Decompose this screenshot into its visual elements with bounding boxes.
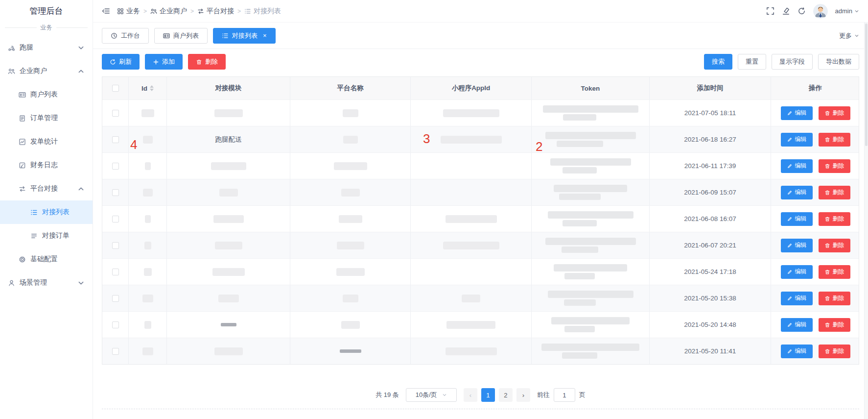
column-header-checkbox[interactable] bbox=[102, 77, 128, 99]
people-icon bbox=[8, 68, 15, 75]
next-page-button[interactable]: › bbox=[516, 388, 530, 402]
delete-button[interactable]: 删除 bbox=[819, 265, 850, 279]
trash-icon bbox=[824, 348, 830, 354]
搜索-button[interactable]: 搜索 bbox=[704, 54, 732, 70]
tab-工作台[interactable]: 工作台 bbox=[102, 28, 149, 44]
sidebar-item-发单统计[interactable]: 发单统计 bbox=[0, 130, 93, 153]
delete-button[interactable]: 删除 bbox=[819, 345, 850, 358]
刷新-button[interactable]: 刷新 bbox=[102, 54, 140, 70]
page-size-select[interactable]: 10条/页 bbox=[406, 388, 457, 402]
row-checkbox[interactable] bbox=[112, 136, 119, 143]
clear-cache-icon[interactable] bbox=[782, 7, 790, 15]
row-checkbox[interactable] bbox=[112, 189, 119, 196]
avatar[interactable] bbox=[813, 4, 828, 19]
delete-label: 删除 bbox=[833, 320, 845, 329]
column-header-操作: 操作 bbox=[771, 77, 860, 99]
sidebar-item-平台对接[interactable]: 平台对接 bbox=[0, 177, 93, 200]
sidebar-item-商户列表[interactable]: 商户列表 bbox=[0, 83, 93, 106]
more-menu[interactable]: 更多 bbox=[839, 31, 859, 40]
sidebar-item-企业商户[interactable]: 企业商户 bbox=[0, 59, 93, 83]
显示字段-button[interactable]: 显示字段 bbox=[772, 54, 813, 70]
cell-token bbox=[531, 312, 649, 338]
delete-button[interactable]: 删除 bbox=[819, 159, 850, 173]
trash-icon bbox=[824, 269, 830, 275]
edit-button[interactable]: 编辑 bbox=[781, 106, 813, 120]
edit-button[interactable]: 编辑 bbox=[781, 345, 813, 358]
button-label: 导出数据 bbox=[826, 57, 851, 66]
delete-button[interactable]: 删除 bbox=[819, 186, 850, 199]
goto-page-input[interactable] bbox=[554, 388, 575, 402]
cell-appid bbox=[410, 285, 531, 311]
删除-button[interactable]: 删除 bbox=[188, 54, 226, 70]
row-checkbox[interactable] bbox=[112, 216, 119, 222]
page-button-2[interactable]: 2 bbox=[499, 388, 513, 402]
tab-对接列表[interactable]: 对接列表× bbox=[213, 28, 276, 44]
row-checkbox[interactable] bbox=[112, 242, 119, 249]
edit-button[interactable]: 编辑 bbox=[781, 133, 813, 147]
edit-button[interactable]: 编辑 bbox=[781, 186, 813, 199]
cell-time: 2021-07-05 18:11 bbox=[649, 100, 771, 126]
sidebar-item-订单管理[interactable]: 订单管理 bbox=[0, 106, 93, 130]
breadcrumb-item-业务[interactable]: 业务 bbox=[117, 7, 140, 16]
delete-button[interactable]: 删除 bbox=[819, 292, 850, 305]
delete-label: 删除 bbox=[833, 188, 845, 197]
edit-button[interactable]: 编辑 bbox=[781, 265, 813, 279]
close-icon[interactable]: × bbox=[263, 32, 267, 39]
redacted-blob bbox=[218, 295, 239, 302]
swap-icon bbox=[19, 185, 26, 193]
sidebar-item-基础配置[interactable]: 基础配置 bbox=[0, 247, 93, 271]
重置-button[interactable]: 重置 bbox=[738, 54, 766, 70]
edit-button[interactable]: 编辑 bbox=[781, 159, 813, 173]
user-menu[interactable]: admin bbox=[835, 7, 859, 15]
row-checkbox[interactable] bbox=[112, 110, 119, 117]
delete-label: 删除 bbox=[833, 162, 845, 170]
edit-button[interactable]: 编辑 bbox=[781, 212, 813, 226]
sidebar-item-对接列表[interactable]: 对接列表 bbox=[0, 200, 93, 224]
cell-checkbox bbox=[102, 285, 128, 311]
redacted-blob bbox=[541, 344, 639, 351]
breadcrumb-separator: > bbox=[237, 8, 241, 15]
prev-page-button[interactable]: ‹ bbox=[464, 388, 477, 402]
select-all-checkbox[interactable] bbox=[112, 85, 119, 92]
导出数据-button[interactable]: 导出数据 bbox=[818, 54, 859, 70]
added-time: 2021-06-08 16:07 bbox=[684, 215, 736, 222]
sort-icon[interactable] bbox=[150, 85, 154, 91]
refresh-page-icon[interactable] bbox=[798, 7, 806, 15]
row-checkbox[interactable] bbox=[112, 348, 119, 355]
breadcrumb-item-平台对接[interactable]: 平台对接 bbox=[197, 7, 234, 16]
cell-id bbox=[128, 206, 166, 232]
scrollbar-thumb[interactable] bbox=[865, 24, 868, 146]
cell-module bbox=[166, 179, 290, 205]
edit-button[interactable]: 编辑 bbox=[781, 292, 813, 305]
breadcrumb-item-企业商户[interactable]: 企业商户 bbox=[150, 7, 187, 16]
delete-button[interactable]: 删除 bbox=[819, 106, 850, 120]
row-checkbox[interactable] bbox=[112, 295, 119, 302]
column-header-小程序AppId: 小程序AppId bbox=[410, 77, 531, 99]
page-button-1[interactable]: 1 bbox=[481, 388, 495, 402]
row-checkbox[interactable] bbox=[112, 269, 119, 275]
pencil-icon bbox=[787, 348, 793, 354]
fullscreen-icon[interactable] bbox=[766, 7, 774, 15]
collapse-sidebar-icon[interactable] bbox=[102, 7, 110, 15]
delete-button[interactable]: 删除 bbox=[819, 133, 850, 147]
sidebar-item-场景管理[interactable]: 场景管理 bbox=[0, 271, 93, 295]
redacted-blob bbox=[221, 323, 236, 326]
column-header-Id[interactable]: Id bbox=[128, 77, 166, 99]
row-checkbox[interactable] bbox=[112, 321, 119, 328]
sidebar-item-对接订单[interactable]: 对接订单 bbox=[0, 224, 93, 247]
redacted-blob bbox=[557, 141, 603, 147]
tab-商户列表[interactable]: 商户列表 bbox=[154, 28, 208, 44]
delete-button[interactable]: 删除 bbox=[819, 239, 850, 252]
edit-button[interactable]: 编辑 bbox=[781, 318, 813, 332]
delete-button[interactable]: 删除 bbox=[819, 212, 850, 226]
添加-button[interactable]: 添加 bbox=[145, 54, 183, 70]
cell-time: 2021-05-20 14:48 bbox=[649, 312, 771, 338]
edit-button[interactable]: 编辑 bbox=[781, 239, 813, 252]
redacted-token bbox=[548, 211, 633, 226]
sidebar-item-跑腿[interactable]: 跑腿 bbox=[0, 36, 93, 59]
delete-button[interactable]: 删除 bbox=[819, 318, 850, 332]
vertical-scrollbar[interactable] bbox=[864, 23, 868, 419]
row-checkbox[interactable] bbox=[112, 163, 119, 170]
button-label: 刷新 bbox=[119, 57, 132, 66]
sidebar-item-财务日志[interactable]: 财务日志 bbox=[0, 153, 93, 177]
